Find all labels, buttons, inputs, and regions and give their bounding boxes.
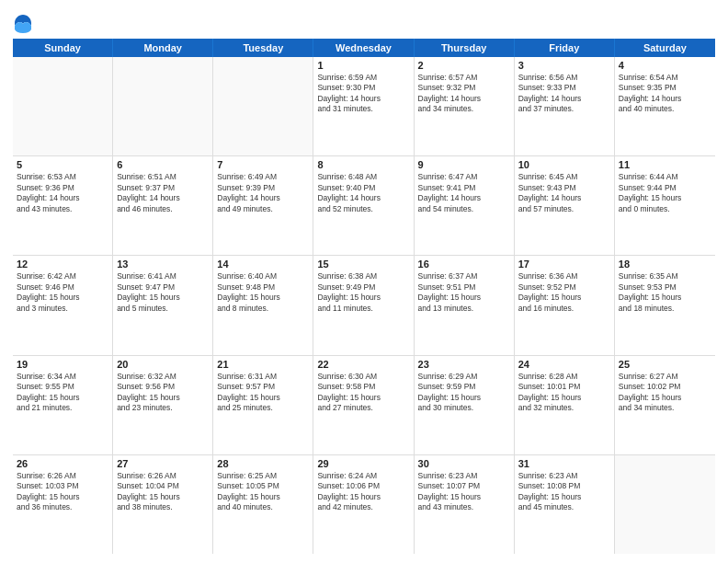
calendar-day-13: 13Sunrise: 6:41 AM Sunset: 9:47 PM Dayli… xyxy=(113,256,213,354)
day-info: Sunrise: 6:59 AM Sunset: 9:30 PM Dayligh… xyxy=(317,73,409,115)
day-number: 14 xyxy=(217,259,309,270)
calendar-day-19: 19Sunrise: 6:34 AM Sunset: 9:55 PM Dayli… xyxy=(13,356,113,454)
calendar-week-5: 26Sunrise: 6:26 AM Sunset: 10:03 PM Dayl… xyxy=(13,455,715,554)
day-number: 29 xyxy=(317,458,409,469)
day-info: Sunrise: 6:57 AM Sunset: 9:32 PM Dayligh… xyxy=(418,73,510,115)
calendar-day-14: 14Sunrise: 6:40 AM Sunset: 9:48 PM Dayli… xyxy=(213,256,313,354)
calendar-day-24: 24Sunrise: 6:28 AM Sunset: 10:01 PM Dayl… xyxy=(515,356,615,454)
day-info: Sunrise: 6:26 AM Sunset: 10:03 PM Daylig… xyxy=(17,471,108,513)
day-number: 15 xyxy=(317,259,409,270)
day-info: Sunrise: 6:48 AM Sunset: 9:40 PM Dayligh… xyxy=(317,172,409,214)
calendar-day-10: 10Sunrise: 6:45 AM Sunset: 9:43 PM Dayli… xyxy=(515,156,615,255)
day-info: Sunrise: 6:36 AM Sunset: 9:52 PM Dayligh… xyxy=(518,271,610,314)
day-info: Sunrise: 6:38 AM Sunset: 9:49 PM Dayligh… xyxy=(317,271,409,314)
day-info: Sunrise: 6:30 AM Sunset: 9:58 PM Dayligh… xyxy=(317,372,409,414)
calendar-week-2: 5Sunrise: 6:53 AM Sunset: 9:36 PM Daylig… xyxy=(13,156,715,256)
calendar-day-18: 18Sunrise: 6:35 AM Sunset: 9:53 PM Dayli… xyxy=(615,256,715,354)
header-day-monday: Monday xyxy=(113,39,213,57)
calendar-day-25: 25Sunrise: 6:27 AM Sunset: 10:02 PM Dayl… xyxy=(615,356,715,454)
calendar-day-30: 30Sunrise: 6:23 AM Sunset: 10:07 PM Dayl… xyxy=(415,455,515,554)
calendar-day-8: 8Sunrise: 6:48 AM Sunset: 9:40 PM Daylig… xyxy=(313,156,414,255)
day-info: Sunrise: 6:27 AM Sunset: 10:02 PM Daylig… xyxy=(619,372,711,414)
day-info: Sunrise: 6:40 AM Sunset: 9:48 PM Dayligh… xyxy=(217,271,309,314)
day-number: 7 xyxy=(217,159,309,170)
calendar-day-9: 9Sunrise: 6:47 AM Sunset: 9:41 PM Daylig… xyxy=(415,156,515,255)
logo-icon xyxy=(13,13,33,33)
day-number: 3 xyxy=(518,60,610,71)
day-number: 12 xyxy=(17,259,108,270)
day-number: 22 xyxy=(317,359,409,370)
day-info: Sunrise: 6:53 AM Sunset: 9:36 PM Dayligh… xyxy=(17,172,108,214)
day-number: 5 xyxy=(17,159,108,170)
header xyxy=(13,9,715,33)
calendar-day-23: 23Sunrise: 6:29 AM Sunset: 9:59 PM Dayli… xyxy=(415,356,515,454)
calendar-day-1: 1Sunrise: 6:59 AM Sunset: 9:30 PM Daylig… xyxy=(313,57,414,155)
calendar-day-empty xyxy=(13,57,113,155)
day-info: Sunrise: 6:41 AM Sunset: 9:47 PM Dayligh… xyxy=(117,271,209,314)
day-info: Sunrise: 6:31 AM Sunset: 9:57 PM Dayligh… xyxy=(217,372,309,414)
day-number: 9 xyxy=(418,159,510,170)
day-info: Sunrise: 6:44 AM Sunset: 9:44 PM Dayligh… xyxy=(619,172,711,214)
calendar-day-empty xyxy=(213,57,313,155)
day-info: Sunrise: 6:37 AM Sunset: 9:51 PM Dayligh… xyxy=(418,271,510,314)
day-info: Sunrise: 6:35 AM Sunset: 9:53 PM Dayligh… xyxy=(619,271,711,314)
day-number: 28 xyxy=(217,458,309,469)
day-number: 17 xyxy=(518,259,610,270)
day-info: Sunrise: 6:42 AM Sunset: 9:46 PM Dayligh… xyxy=(17,271,108,314)
header-day-wednesday: Wednesday xyxy=(313,39,414,57)
calendar-day-2: 2Sunrise: 6:57 AM Sunset: 9:32 PM Daylig… xyxy=(415,57,515,155)
day-number: 26 xyxy=(17,458,108,469)
calendar-day-17: 17Sunrise: 6:36 AM Sunset: 9:52 PM Dayli… xyxy=(515,256,615,354)
calendar-day-31: 31Sunrise: 6:23 AM Sunset: 10:08 PM Dayl… xyxy=(515,455,615,554)
day-info: Sunrise: 6:23 AM Sunset: 10:07 PM Daylig… xyxy=(418,471,510,513)
day-number: 31 xyxy=(518,458,610,469)
day-number: 30 xyxy=(418,458,510,469)
calendar-day-3: 3Sunrise: 6:56 AM Sunset: 9:33 PM Daylig… xyxy=(515,57,615,155)
day-info: Sunrise: 6:25 AM Sunset: 10:05 PM Daylig… xyxy=(217,471,309,513)
calendar-day-26: 26Sunrise: 6:26 AM Sunset: 10:03 PM Dayl… xyxy=(13,455,113,554)
day-number: 2 xyxy=(418,60,510,71)
calendar-body: 1Sunrise: 6:59 AM Sunset: 9:30 PM Daylig… xyxy=(13,57,715,554)
day-info: Sunrise: 6:32 AM Sunset: 9:56 PM Dayligh… xyxy=(117,372,209,414)
day-number: 27 xyxy=(117,458,209,469)
day-number: 23 xyxy=(418,359,510,370)
calendar-day-22: 22Sunrise: 6:30 AM Sunset: 9:58 PM Dayli… xyxy=(313,356,414,454)
day-info: Sunrise: 6:49 AM Sunset: 9:39 PM Dayligh… xyxy=(217,172,309,214)
header-day-saturday: Saturday xyxy=(615,39,715,57)
day-number: 21 xyxy=(217,359,309,370)
calendar-day-15: 15Sunrise: 6:38 AM Sunset: 9:49 PM Dayli… xyxy=(313,256,414,354)
day-info: Sunrise: 6:24 AM Sunset: 10:06 PM Daylig… xyxy=(317,471,409,513)
day-number: 18 xyxy=(619,259,711,270)
calendar-day-21: 21Sunrise: 6:31 AM Sunset: 9:57 PM Dayli… xyxy=(213,356,313,454)
header-day-tuesday: Tuesday xyxy=(213,39,313,57)
header-day-friday: Friday xyxy=(515,39,615,57)
day-number: 25 xyxy=(619,359,711,370)
logo xyxy=(13,13,36,33)
calendar-day-28: 28Sunrise: 6:25 AM Sunset: 10:05 PM Dayl… xyxy=(213,455,313,554)
day-info: Sunrise: 6:54 AM Sunset: 9:35 PM Dayligh… xyxy=(619,73,711,115)
day-number: 6 xyxy=(117,159,209,170)
day-number: 4 xyxy=(619,60,711,71)
day-number: 20 xyxy=(117,359,209,370)
day-number: 13 xyxy=(117,259,209,270)
day-number: 11 xyxy=(619,159,711,170)
day-info: Sunrise: 6:45 AM Sunset: 9:43 PM Dayligh… xyxy=(518,172,610,214)
calendar-day-7: 7Sunrise: 6:49 AM Sunset: 9:39 PM Daylig… xyxy=(213,156,313,255)
day-info: Sunrise: 6:34 AM Sunset: 9:55 PM Dayligh… xyxy=(17,372,108,414)
calendar-day-20: 20Sunrise: 6:32 AM Sunset: 9:56 PM Dayli… xyxy=(113,356,213,454)
day-info: Sunrise: 6:51 AM Sunset: 9:37 PM Dayligh… xyxy=(117,172,209,214)
day-number: 16 xyxy=(418,259,510,270)
calendar-week-4: 19Sunrise: 6:34 AM Sunset: 9:55 PM Dayli… xyxy=(13,356,715,455)
calendar-day-12: 12Sunrise: 6:42 AM Sunset: 9:46 PM Dayli… xyxy=(13,256,113,354)
day-info: Sunrise: 6:26 AM Sunset: 10:04 PM Daylig… xyxy=(117,471,209,513)
page: SundayMondayTuesdayWednesdayThursdayFrid… xyxy=(0,0,728,563)
calendar-week-3: 12Sunrise: 6:42 AM Sunset: 9:46 PM Dayli… xyxy=(13,256,715,355)
day-info: Sunrise: 6:47 AM Sunset: 9:41 PM Dayligh… xyxy=(418,172,510,214)
day-number: 19 xyxy=(17,359,108,370)
header-day-thursday: Thursday xyxy=(415,39,515,57)
calendar: SundayMondayTuesdayWednesdayThursdayFrid… xyxy=(13,39,715,554)
calendar-day-4: 4Sunrise: 6:54 AM Sunset: 9:35 PM Daylig… xyxy=(615,57,715,155)
day-info: Sunrise: 6:28 AM Sunset: 10:01 PM Daylig… xyxy=(518,372,610,414)
calendar-day-16: 16Sunrise: 6:37 AM Sunset: 9:51 PM Dayli… xyxy=(415,256,515,354)
day-number: 10 xyxy=(518,159,610,170)
